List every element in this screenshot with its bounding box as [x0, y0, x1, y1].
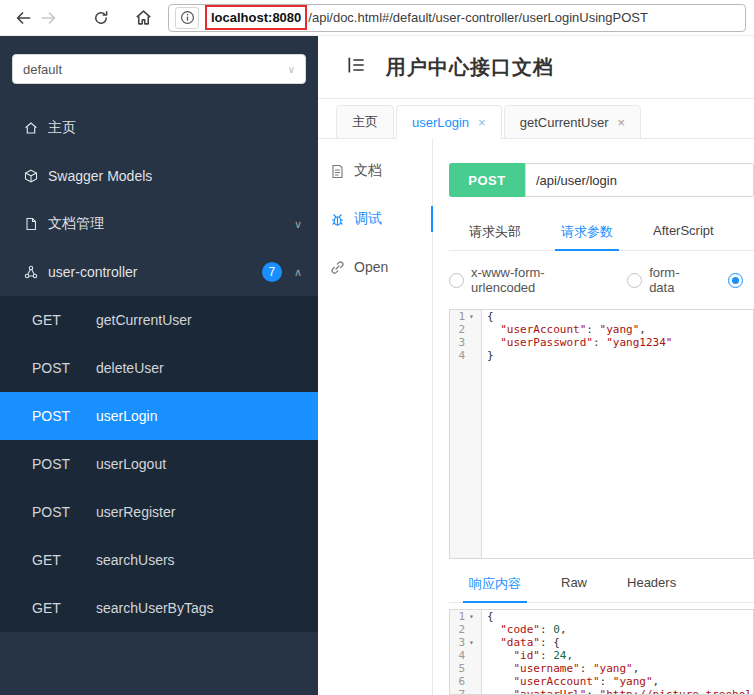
chevron-up-icon: ∧ — [294, 266, 302, 279]
view-tab-docs[interactable]: 文档 — [318, 147, 432, 195]
endpoint-name: searchUserByTags — [96, 600, 214, 616]
radio-icon — [449, 273, 464, 288]
request-tabbar: 请求头部 请求参数 AfterScript — [449, 217, 754, 251]
fold-toggle-icon[interactable]: ▾ — [465, 310, 478, 323]
radio-icon — [728, 273, 743, 288]
radio-icon — [627, 273, 642, 288]
tab-request-params[interactable]: 请求参数 — [541, 217, 633, 250]
fold-spacer — [465, 323, 478, 336]
line-number: 2 — [450, 323, 465, 336]
view-tab-label: 调试 — [354, 210, 382, 228]
http-method-button[interactable]: POST — [449, 163, 525, 197]
endpoint-name: userRegister — [96, 504, 175, 520]
back-button[interactable] — [10, 5, 36, 31]
view-tab-open[interactable]: Open — [318, 243, 432, 291]
tab-label: 请求参数 — [561, 224, 613, 239]
home-button[interactable] — [130, 5, 156, 31]
tab-label: Raw — [561, 575, 587, 590]
code-line: } — [487, 349, 753, 362]
sidebar-item-user-controller[interactable]: user-controller 7 ∧ — [0, 248, 318, 296]
refresh-button[interactable] — [88, 5, 114, 31]
editor-gutter: 1▾234 — [450, 310, 482, 558]
sidebar-item-swagger-models[interactable]: Swagger Models — [0, 152, 318, 200]
back-arrow-icon — [13, 8, 33, 28]
line-number: 3 — [450, 636, 465, 649]
address-bar[interactable]: localhost:8080 /api/doc.html#/default/us… — [168, 4, 746, 32]
fold-spacer — [465, 662, 478, 675]
endpoint-method: GET — [32, 552, 96, 568]
chevron-down-icon: ∨ — [288, 64, 295, 75]
response-tabbar: 响应内容 Raw Headers — [449, 569, 754, 603]
line-number: 4 — [450, 649, 465, 662]
sidebar-endpoint-deleteUser[interactable]: POSTdeleteUser — [0, 344, 318, 392]
line-number: 2 — [450, 623, 465, 636]
response-body-editor[interactable]: 1▾23▾456789 { "code": 0, "data": { "id":… — [449, 609, 754, 695]
tab-response-headers[interactable]: Headers — [607, 569, 696, 602]
sidebar-endpoint-userRegister[interactable]: POSTuserRegister — [0, 488, 318, 536]
line-number: 1 — [450, 310, 465, 323]
tab-getcurrentuser[interactable]: getCurrentUser × — [504, 105, 641, 139]
tab-afterscript[interactable]: AfterScript — [633, 217, 734, 250]
sidebar-submenu: GETgetCurrentUserPOSTdeleteUserPOSTuserL… — [0, 296, 318, 632]
tab-response-raw[interactable]: Raw — [541, 569, 607, 602]
endpoint-method: POST — [32, 456, 96, 472]
menu-fold-icon[interactable] — [346, 55, 366, 79]
code-line: { — [487, 610, 753, 623]
code-line: "userAccount": "yang", — [487, 675, 753, 688]
sidebar-endpoint-userLogout[interactable]: POSTuserLogout — [0, 440, 318, 488]
site-info-button[interactable] — [175, 7, 199, 29]
fold-spacer — [465, 336, 478, 349]
radio-form-data[interactable]: form-data — [627, 265, 700, 295]
sidebar-endpoint-getCurrentUser[interactable]: GETgetCurrentUser — [0, 296, 318, 344]
sidebar-endpoint-searchUsers[interactable]: GETsearchUsers — [0, 536, 318, 584]
view-tab-debug[interactable]: 调试 — [318, 195, 432, 243]
tab-home[interactable]: 主页 — [336, 105, 394, 139]
radio-label: x-www-form-urlencoded — [471, 265, 599, 295]
forward-button[interactable] — [36, 5, 62, 31]
tab-response-body[interactable]: 响应内容 — [449, 569, 541, 602]
endpoint-method: GET — [32, 600, 96, 616]
radio-label: form-data — [649, 265, 700, 295]
request-body-editor[interactable]: 1▾234 { "userAccount": "yang", "userPass… — [449, 309, 754, 559]
view-tab-label: Open — [354, 259, 388, 275]
tab-label: Headers — [627, 575, 676, 590]
code-line: "userPassword": "yang1234" — [487, 336, 753, 349]
sidebar-item-doc-management[interactable]: 文档管理 ∨ — [0, 200, 318, 248]
fold-spacer — [465, 349, 478, 362]
sidebar-item-home[interactable]: 主页 — [0, 104, 318, 152]
file-text-icon — [330, 164, 345, 179]
refresh-icon — [92, 9, 110, 27]
link-icon — [330, 260, 345, 275]
code-line: "data": { — [487, 636, 753, 649]
radio-json-selected[interactable] — [728, 273, 750, 288]
models-cube-icon — [24, 169, 38, 183]
endpoint-name: userLogin — [96, 408, 158, 424]
endpoint-name: searchUsers — [96, 552, 175, 568]
tab-userlogin[interactable]: userLogin × — [396, 105, 502, 139]
request-url-input[interactable] — [525, 163, 754, 197]
request-line: POST — [449, 163, 754, 197]
close-icon[interactable]: × — [618, 116, 626, 129]
main-panel: 用户中心接口文档 主页 userLogin × getCurrentUser × — [318, 36, 754, 695]
endpoint-view-nav: 文档 调试 Open — [318, 139, 433, 695]
line-number: 3 — [450, 336, 465, 349]
line-number: 5 — [450, 662, 465, 675]
fold-toggle-icon[interactable]: ▾ — [465, 610, 478, 623]
url-path: /api/doc.html#/default/user-controller/u… — [308, 10, 648, 25]
editor-gutter: 1▾23▾456789 — [450, 610, 482, 694]
endpoint-method: POST — [32, 504, 96, 520]
api-group-select[interactable]: default ∨ — [12, 54, 306, 84]
tab-label: 响应内容 — [469, 576, 521, 591]
close-icon[interactable]: × — [478, 116, 486, 129]
radio-x-www-form-urlencoded[interactable]: x-www-form-urlencoded — [449, 265, 599, 295]
browser-toolbar: localhost:8080 /api/doc.html#/default/us… — [0, 0, 754, 36]
browser-window: localhost:8080 /api/doc.html#/default/us… — [0, 0, 754, 695]
sidebar-endpoint-searchUserByTags[interactable]: GETsearchUserByTags — [0, 584, 318, 632]
sidebar-item-label: Swagger Models — [48, 168, 302, 184]
fold-toggle-icon[interactable]: ▾ — [465, 636, 478, 649]
sidebar-item-label: 主页 — [48, 119, 302, 137]
home-icon — [134, 8, 153, 27]
sidebar-endpoint-userLogin[interactable]: POSTuserLogin — [0, 392, 318, 440]
endpoint-count-badge: 7 — [262, 262, 282, 282]
tab-request-headers[interactable]: 请求头部 — [449, 217, 541, 250]
